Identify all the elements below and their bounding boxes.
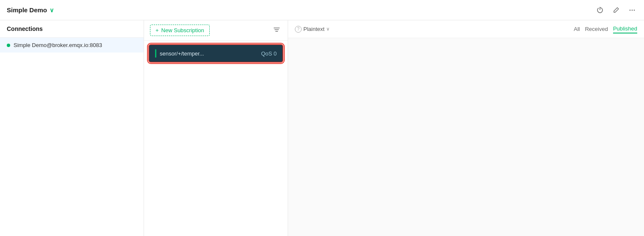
subscription-item[interactable]: sensor/+/temper... QoS 0 [148, 44, 283, 63]
svg-point-0 [630, 9, 631, 11]
messages-content [288, 38, 644, 236]
filter-icon-button[interactable] [272, 25, 282, 36]
tab-all[interactable]: All [574, 25, 580, 33]
plus-icon: + [155, 27, 159, 33]
subscription-qos: QoS 0 [261, 50, 277, 57]
connection-status-dot [7, 44, 10, 47]
subscription-color-indicator [155, 49, 156, 58]
new-subscription-label: New Subscription [161, 27, 204, 33]
new-subscription-button[interactable]: + New Subscription [150, 25, 210, 36]
main-layout: Connections Simple Demo@broker.emqx.io:8… [0, 20, 644, 236]
svg-point-1 [632, 9, 633, 11]
plaintext-chevron-icon: ∨ [326, 26, 330, 32]
subscription-item-left: sensor/+/temper... [155, 49, 204, 58]
title-chevron-icon[interactable]: ∨ [50, 7, 54, 14]
messages-panel: ? Plaintext ∨ All Received Published [288, 20, 644, 236]
tab-received[interactable]: Received [585, 25, 608, 33]
top-bar-actions [595, 5, 637, 15]
sidebar-item-label: Simple Demo@broker.emqx.io:8083 [14, 42, 102, 48]
plaintext-label: Plaintext [303, 26, 325, 32]
plaintext-button[interactable]: Plaintext ∨ [303, 26, 330, 32]
subscriptions-toolbar: + New Subscription [144, 20, 288, 41]
sidebar: Connections Simple Demo@broker.emqx.io:8… [0, 20, 144, 236]
message-filter-tabs: All Received Published [574, 25, 637, 33]
page-title: Simple Demo ∨ [7, 6, 54, 14]
top-bar: Simple Demo ∨ [0, 0, 644, 20]
sidebar-item-simple-demo[interactable]: Simple Demo@broker.emqx.io:8083 [0, 38, 144, 53]
power-button[interactable] [595, 5, 605, 15]
subscription-topic: sensor/+/temper... [160, 50, 204, 57]
more-button[interactable] [627, 5, 637, 15]
edit-button[interactable] [611, 5, 621, 15]
subscriptions-panel: + New Subscription sensor/+/temper... Qo… [144, 20, 288, 236]
title-text: Simple Demo [7, 6, 47, 14]
sidebar-header: Connections [0, 20, 144, 38]
help-icon: ? [295, 26, 302, 33]
tab-published[interactable]: Published [613, 25, 637, 33]
messages-toolbar: ? Plaintext ∨ All Received Published [288, 20, 644, 38]
svg-point-2 [634, 9, 635, 11]
